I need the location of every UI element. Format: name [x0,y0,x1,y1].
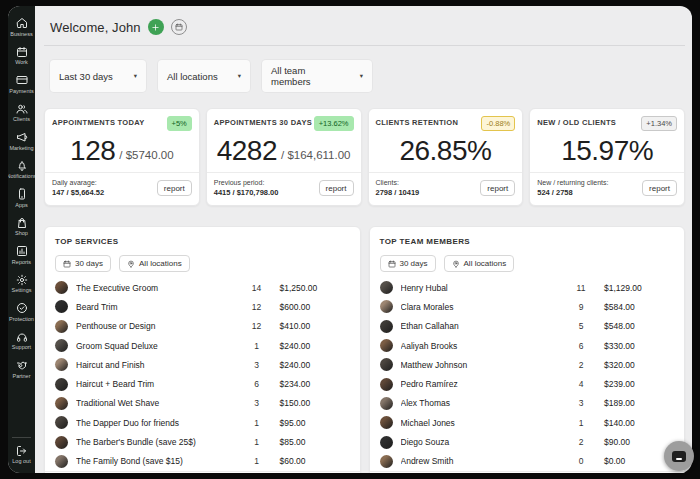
header-divider [44,45,685,46]
avatar [380,416,393,429]
table-row[interactable]: Groom Squad Deluxe1$240.00 [55,336,350,355]
avatar [380,455,393,468]
report-button[interactable]: report [319,180,354,196]
row-name: Matthew Johnson [401,360,567,370]
table-filter-pill-30-days[interactable]: 30 days [55,255,111,272]
sidebar-item-label: Protection [9,316,34,323]
stat-value-number: 128 [70,137,115,165]
app-window: BusinessWorkPaymentsClientsMarketingNoti… [8,6,692,473]
table-row[interactable]: Beard Trim12$600.00 [55,297,350,316]
sidebar-item-label: Payments [9,88,33,95]
row-amount: $320.00 [596,360,660,370]
sidebar-item-settings[interactable]: Settings [8,272,35,298]
sidebar-item-notifications[interactable]: Notifications [8,158,35,184]
smartphone-icon [16,188,28,200]
sidebar-divider [12,437,31,438]
row-count: 1 [242,418,272,428]
table-filter-pill-all-locations[interactable]: All locations [444,255,515,272]
stat-card-new-old-clients: NEW / OLD CLIENTS+1.34%15.97%New / retur… [529,108,685,206]
sidebar-item-clients[interactable]: Clients [8,101,35,127]
chat-bubble-icon [672,451,686,462]
add-button[interactable] [148,19,164,35]
table-row[interactable]: Clara Morales9$584.00 [380,297,675,316]
table-row[interactable]: Matthew Johnson2$320.00 [380,355,675,374]
avatar [380,358,393,371]
row-count: 11 [566,283,596,293]
table-row[interactable]: Michael Jones1$140.00 [380,413,675,432]
row-amount: $0.00 [596,456,660,466]
credit-card-icon [16,74,28,86]
sidebar-item-protection[interactable]: Protection [8,300,35,326]
table-row[interactable]: Diego Souza2$90.00 [380,432,675,451]
sidebar-item-log-out[interactable]: Log out [8,443,35,469]
row-amount: $90.00 [596,437,660,447]
sidebar-item-reports[interactable]: Reports [8,243,35,269]
avatar [55,339,68,352]
table-filter-pill-all-locations[interactable]: All locations [119,255,190,272]
table-row[interactable]: Haircut + Beard Trim6$234.00 [55,374,350,393]
table-row[interactable]: Alex Thomas3$189.00 [380,394,675,413]
stat-card-header: APPOINTMENTS TODAY+5% [45,109,199,131]
page-title: Welcome, John [50,20,141,35]
top-services-card: TOP SERVICES 30 daysAll locations The Ex… [44,226,361,473]
table-filter-pill-label: All locations [464,259,507,268]
filter-dropdown-all-locations[interactable]: All locations▾ [158,60,250,92]
top-team-members-card: TOP TEAM MEMBERS 30 daysAll locations He… [369,226,686,473]
table-footer: Full report [45,471,360,473]
handshake-icon [16,359,28,371]
row-amount: $330.00 [596,341,660,351]
report-button[interactable]: report [480,180,515,196]
sidebar-item-support[interactable]: Support [8,329,35,355]
filter-dropdown-label: Last 30 days [59,71,113,82]
table-filter-pill-30-days[interactable]: 30 days [380,255,436,272]
sidebar-item-shop[interactable]: Shop [8,215,35,241]
headphones-icon [16,331,28,343]
table-row[interactable]: Traditional Wet Shave3$150.00 [55,394,350,413]
sidebar-item-apps[interactable]: Apps [8,186,35,212]
sidebar-item-label: Reports [12,259,31,266]
users-icon [16,103,28,115]
report-button[interactable]: report [642,180,677,196]
sidebar-item-business[interactable]: Business [8,15,35,41]
stat-card-title: CLIENTS RETENTION [376,116,459,127]
table-row[interactable]: The Barber's Bundle (save 25$)1$85.00 [55,432,350,451]
calendar-button[interactable] [171,19,187,35]
row-name: Haircut and Finish [76,360,242,370]
stat-card-value: 26.85% [369,131,523,172]
row-count: 5 [566,321,596,331]
sidebar-item-payments[interactable]: Payments [8,72,35,98]
table-row[interactable]: Andrew Smith0$0.00 [380,452,675,471]
stat-footer-label: New / returning clients: [537,178,608,188]
table-row[interactable]: Ethan Callahan5$548.00 [380,317,675,336]
table-row[interactable]: Henry Hubal11$1,129.00 [380,278,675,297]
trend-badge: +1.34% [641,116,677,131]
table-row[interactable]: Pedro Ramírez4$239.00 [380,374,675,393]
filter-dropdown-last-30-days[interactable]: Last 30 days▾ [50,60,146,92]
trend-badge: +13.62% [314,116,354,131]
row-name: Beard Trim [76,302,242,312]
stat-value-suffix: / $164,611.00 [281,141,351,161]
row-amount: $1,129.00 [596,283,660,293]
row-count: 3 [242,398,272,408]
sidebar-item-work[interactable]: Work [8,44,35,70]
table-row[interactable]: Aaliyah Brooks6$330.00 [380,336,675,355]
row-amount: $140.00 [596,418,660,428]
sidebar-item-marketing[interactable]: Marketing [8,129,35,155]
row-name: Michael Jones [401,418,567,428]
sidebar-item-partner[interactable]: Partner [8,357,35,383]
chat-launcher-button[interactable] [664,441,694,471]
table-row[interactable]: Haircut and Finish3$240.00 [55,355,350,374]
table-filter-pill-label: 30 days [400,259,428,268]
table-row[interactable]: The Dapper Duo for friends1$95.00 [55,413,350,432]
row-count: 14 [242,283,272,293]
table-row[interactable]: The Executive Groom14$1,250.00 [55,278,350,297]
row-count: 6 [242,379,272,389]
table-row[interactable]: The Family Bond (save $15)1$60.00 [55,452,350,471]
table-row[interactable]: Penthouse or Design12$410.00 [55,317,350,336]
sidebar-item-label: Shop [15,230,28,237]
filter-dropdown-all-team-members[interactable]: All team members▾ [262,60,372,92]
row-count: 1 [242,437,272,447]
report-button[interactable]: report [157,180,192,196]
row-amount: $150.00 [272,398,336,408]
row-count: 2 [566,437,596,447]
